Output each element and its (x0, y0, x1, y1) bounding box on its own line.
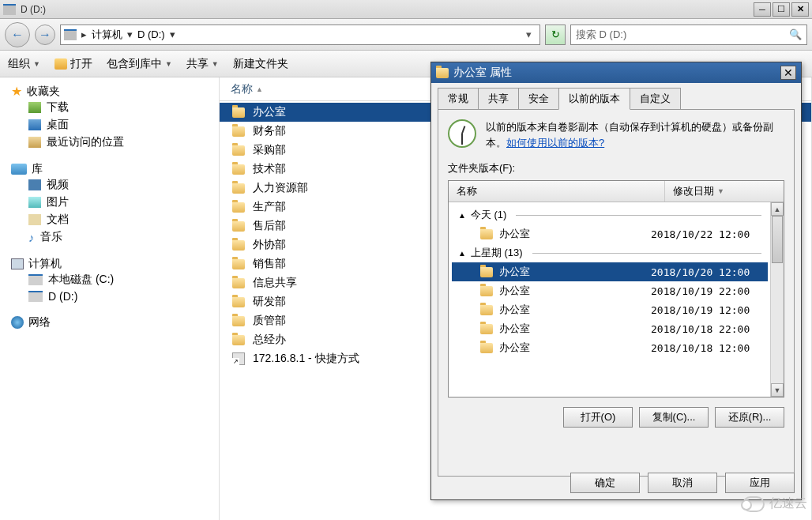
scrollbar[interactable]: ▲ ▼ (770, 202, 784, 397)
file-name: 信息共享 (253, 276, 297, 290)
folder-icon (232, 316, 245, 326)
newfolder-button[interactable]: 新建文件夹 (233, 57, 288, 71)
watermark: 亿速云 (742, 496, 807, 512)
sidebar-item-pictures[interactable]: 图片 (11, 194, 219, 211)
back-button[interactable]: ← (5, 22, 30, 47)
shortcut-icon (232, 352, 245, 365)
version-date: 2018/10/19 22:00 (651, 285, 761, 297)
scroll-up-button[interactable]: ▲ (771, 202, 784, 216)
version-row[interactable]: 办公室2018/10/22 12:00 (452, 224, 768, 243)
restore-version-button[interactable]: 还原(R)... (715, 407, 784, 428)
video-icon (28, 179, 41, 190)
sidebar-item-drive-d[interactable]: D (D:) (11, 288, 219, 304)
folder-icon (480, 324, 493, 334)
sort-asc-icon: ▲ (256, 85, 263, 93)
version-row[interactable]: 办公室2018/10/19 12:00 (452, 300, 768, 319)
sidebar-favorites-header[interactable]: ★收藏夹 (11, 84, 219, 99)
folder-icon (232, 278, 245, 288)
version-row[interactable]: 办公室2018/10/18 12:00 (452, 338, 768, 357)
folder-icon (232, 183, 245, 194)
sidebar-network-header[interactable]: 网络 (11, 315, 219, 330)
collapse-icon: ▲ (458, 211, 466, 220)
dialog-tab[interactable]: 共享 (478, 88, 519, 109)
dialog-tab[interactable]: 常规 (438, 88, 479, 109)
sidebar-computer-header[interactable]: 计算机 (11, 257, 219, 271)
open-button[interactable]: 打开 (55, 57, 92, 71)
dialog-titlebar[interactable]: 办公室 属性 ✕ (431, 62, 801, 83)
version-name: 办公室 (499, 265, 530, 279)
sidebar-item-documents[interactable]: 文档 (11, 211, 219, 228)
search-icon[interactable]: 🔍 (789, 28, 802, 40)
open-icon (55, 58, 67, 70)
include-menu[interactable]: 包含到库中▼ (107, 57, 172, 71)
folder-icon (436, 68, 449, 78)
refresh-button[interactable]: ↻ (545, 24, 566, 45)
dialog-close-button[interactable]: ✕ (780, 66, 796, 80)
document-icon (28, 214, 41, 225)
search-input[interactable]: 搜索 D (D:) 🔍 (570, 24, 807, 45)
picture-icon (28, 197, 41, 208)
version-date: 2018/10/18 12:00 (651, 342, 761, 354)
dialog-info-text: 以前的版本来自卷影副本（自动保存到计算机的硬盘）或备份副本。如何使用以前的版本? (486, 119, 784, 150)
version-date: 2018/10/20 12:00 (651, 266, 761, 278)
folder-icon (232, 221, 245, 232)
version-name: 办公室 (499, 341, 530, 355)
sidebar-library-header[interactable]: 库 (11, 162, 219, 176)
library-icon (11, 164, 27, 175)
desktop-icon (28, 119, 41, 130)
sidebar-item-desktop[interactable]: 桌面 (11, 116, 219, 134)
open-version-button[interactable]: 打开(O) (563, 407, 633, 428)
dialog-tab[interactable]: 以前的版本 (558, 88, 630, 110)
version-name: 办公室 (499, 303, 530, 317)
address-bar[interactable]: ▸ 计算机 ▾ D (D:) ▾ ▾ (60, 24, 540, 45)
file-name: 质管部 (253, 314, 286, 328)
file-name: 办公室 (253, 105, 286, 119)
column-date[interactable]: 修改日期▼ (665, 181, 784, 202)
dialog-tab[interactable]: 自定义 (630, 88, 681, 109)
folder-icon (232, 126, 245, 137)
share-menu[interactable]: 共享▼ (186, 57, 219, 71)
minimize-button[interactable]: ─ (754, 2, 771, 17)
folder-icon (480, 267, 493, 277)
version-row[interactable]: 办公室2018/10/20 12:00 (452, 262, 768, 281)
version-date: 2018/10/18 22:00 (651, 323, 761, 335)
column-name[interactable]: 名称 (449, 181, 665, 202)
folder-icon (232, 164, 245, 175)
organize-menu[interactable]: 组织▼ (8, 57, 40, 71)
drive-icon (28, 274, 43, 285)
sidebar-item-videos[interactable]: 视频 (11, 176, 219, 194)
sidebar-item-downloads[interactable]: 下载 (11, 99, 219, 116)
drive-icon (28, 291, 43, 302)
star-icon: ★ (11, 84, 22, 99)
forward-button[interactable]: → (35, 24, 55, 45)
scroll-thumb[interactable] (772, 216, 783, 263)
sort-desc-icon: ▼ (717, 187, 724, 195)
sidebar-item-recent[interactable]: 最近访问的位置 (11, 134, 219, 151)
sidebar-item-music[interactable]: ♪音乐 (11, 228, 219, 246)
copy-version-button[interactable]: 复制(C)... (639, 407, 709, 428)
file-name: 销售部 (253, 257, 286, 271)
version-row[interactable]: 办公室2018/10/19 22:00 (452, 281, 768, 300)
folder-icon (480, 286, 493, 296)
breadcrumb-segment[interactable]: D (D:) (137, 28, 165, 40)
scroll-down-button[interactable]: ▼ (771, 383, 784, 397)
version-name: 办公室 (499, 284, 530, 298)
version-group-header[interactable]: ▲今天 (1) (452, 205, 768, 224)
search-placeholder: 搜索 D (D:) (576, 28, 626, 42)
ok-button[interactable]: 确定 (570, 473, 640, 493)
version-row[interactable]: 办公室2018/10/18 22:00 (452, 319, 768, 338)
watermark-icon (742, 496, 765, 512)
cancel-button[interactable]: 取消 (648, 473, 717, 493)
help-link[interactable]: 如何使用以前的版本? (506, 137, 604, 149)
breadcrumb-segment[interactable]: 计算机 (92, 28, 122, 42)
sidebar-item-drive-c[interactable]: 本地磁盘 (C:) (11, 271, 219, 288)
dialog-tab[interactable]: 安全 (518, 88, 559, 109)
address-dropdown-icon[interactable]: ▾ (521, 28, 536, 40)
drive-icon (3, 4, 16, 15)
version-group-header[interactable]: ▲上星期 (13) (452, 243, 768, 262)
apply-button[interactable]: 应用 (725, 473, 795, 493)
download-icon (28, 102, 41, 113)
folder-icon (232, 145, 245, 156)
maximize-button[interactable]: ☐ (773, 2, 790, 17)
close-button[interactable]: ✕ (791, 2, 809, 17)
